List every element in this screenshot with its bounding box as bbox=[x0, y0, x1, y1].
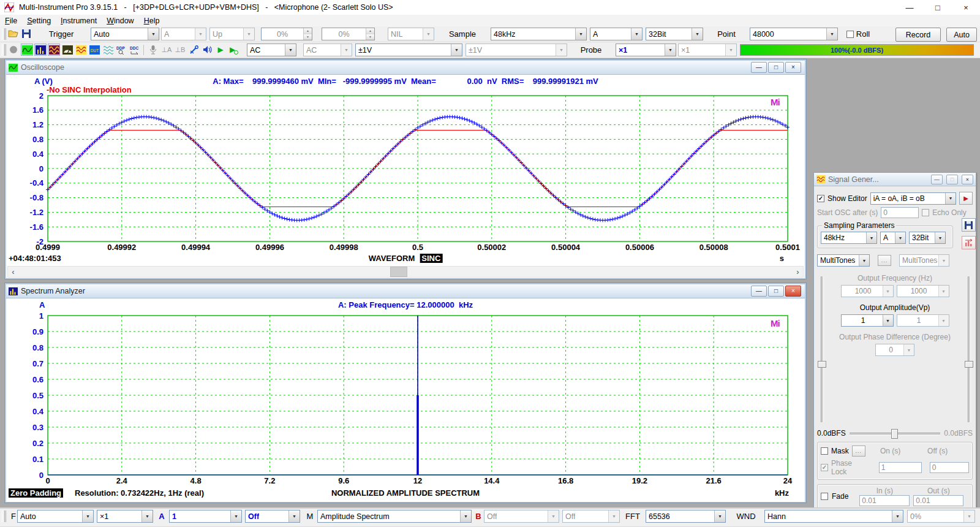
menu-setting[interactable]: Setting bbox=[22, 17, 56, 25]
generator-bits-combo[interactable]: 32Bit▼ bbox=[909, 232, 946, 244]
auto-button[interactable]: Auto bbox=[946, 28, 977, 42]
minimize-button[interactable]: — bbox=[895, 0, 924, 15]
close-button[interactable]: × bbox=[952, 0, 980, 15]
trigger-delay-spinner[interactable]: 0%▲▼ bbox=[322, 28, 375, 40]
calibration-button[interactable] bbox=[187, 44, 200, 56]
amplitude-b-combo[interactable]: 1▼ bbox=[897, 314, 949, 327]
run-record-button[interactable]: ▶ bbox=[228, 44, 240, 56]
generator-start-button[interactable]: ▶ bbox=[959, 192, 973, 205]
frequency-b-combo[interactable]: 1000▼ bbox=[897, 285, 949, 297]
frequency-range-combo[interactable]: Auto▼ bbox=[17, 510, 94, 523]
peak-hold-b-combo[interactable]: Off▼ bbox=[562, 510, 620, 523]
maximize-button[interactable]: □ bbox=[924, 0, 952, 15]
window-function-combo[interactable]: Hann▼ bbox=[764, 510, 903, 523]
oscilloscope-tool-button[interactable] bbox=[21, 44, 33, 56]
ddc-button[interactable]: DDC bbox=[129, 44, 141, 56]
start-osc-field[interactable]: 0 bbox=[881, 207, 919, 218]
slider-handle[interactable] bbox=[891, 429, 898, 439]
overlap-combo[interactable]: 0%▼ bbox=[907, 510, 975, 523]
show-editor-checkbox[interactable]: ✓ bbox=[817, 195, 824, 202]
dut-button[interactable]: DUT bbox=[88, 44, 100, 56]
spinner-arrows[interactable]: ▲▼ bbox=[303, 28, 312, 40]
display-b-combo[interactable]: Off▼ bbox=[484, 510, 559, 523]
maximize-button[interactable]: □ bbox=[946, 175, 958, 184]
waveform-b-combo[interactable]: MultiTones▼ bbox=[899, 254, 949, 267]
peak-hold-a-combo[interactable]: Off▼ bbox=[245, 510, 300, 523]
maximize-button[interactable]: □ bbox=[768, 286, 784, 297]
fade-checkbox[interactable] bbox=[821, 493, 828, 500]
amplitude-slider-a[interactable] bbox=[817, 276, 826, 422]
probe-b-combo[interactable]: ×1▼ bbox=[678, 44, 737, 56]
minimize-button[interactable]: — bbox=[751, 62, 767, 73]
close-button[interactable]: × bbox=[785, 286, 801, 297]
fade-out-field[interactable]: 0.01 bbox=[913, 495, 963, 506]
stream-signal-button[interactable] bbox=[962, 236, 976, 249]
maximize-button[interactable]: □ bbox=[768, 62, 784, 73]
mask-checkbox[interactable] bbox=[821, 447, 828, 455]
scrollbar-track[interactable] bbox=[18, 267, 793, 277]
open-file-button[interactable] bbox=[7, 28, 20, 40]
amplitude-a-combo[interactable]: 1▼ bbox=[841, 314, 894, 327]
scroll-right-icon[interactable]: › bbox=[793, 267, 803, 277]
spinner-arrows[interactable]: ▲▼ bbox=[366, 28, 374, 40]
trigger-rejection-combo[interactable]: NIL▼ bbox=[388, 28, 434, 40]
roll-option[interactable]: Roll bbox=[840, 26, 876, 42]
display-a-combo[interactable]: 1▼ bbox=[169, 510, 242, 523]
ground-a-button[interactable]: ⊥A bbox=[160, 44, 173, 56]
oscilloscope-scrollbar[interactable]: ‹ › bbox=[7, 266, 804, 278]
probe-a-combo[interactable]: ×1▼ bbox=[616, 44, 676, 56]
scrollbar-thumb[interactable] bbox=[390, 267, 407, 277]
spin-down-icon[interactable]: ▼ bbox=[366, 34, 374, 40]
close-button[interactable]: × bbox=[785, 62, 801, 73]
frequency-a-combo[interactable]: 1000▼ bbox=[841, 285, 894, 297]
generator-channels-combo[interactable]: A▼ bbox=[880, 232, 906, 244]
balance-slider[interactable] bbox=[850, 428, 941, 438]
range-b-combo[interactable]: ±1V▼ bbox=[466, 44, 567, 56]
echo-only-checkbox[interactable] bbox=[922, 209, 929, 216]
minimize-button[interactable]: — bbox=[751, 286, 767, 297]
device-test-plan-button[interactable] bbox=[75, 44, 87, 56]
ddp-viewer-button[interactable]: DDP bbox=[115, 44, 127, 56]
phase-lock-checkbox[interactable]: ✓ bbox=[821, 464, 828, 471]
mask-on-field[interactable]: 1 bbox=[879, 462, 922, 473]
range-a-combo[interactable]: ±1V▼ bbox=[355, 44, 462, 56]
trigger-edge-combo[interactable]: Up▼ bbox=[209, 28, 255, 40]
routing-combo[interactable]: iA = oA, iB = oB▼ bbox=[870, 192, 956, 205]
menu-instrument[interactable]: Instrument bbox=[56, 17, 102, 25]
sound-output-button[interactable] bbox=[201, 44, 213, 56]
zero-padding-badge[interactable]: Zero Padding bbox=[9, 488, 63, 498]
trigger-source-combo[interactable]: A▼ bbox=[161, 28, 206, 40]
slider-handle[interactable] bbox=[965, 361, 973, 368]
analysis-mode-combo[interactable]: Amplitude Spectrum▼ bbox=[317, 510, 472, 523]
spectrum-analyzer-tool-button[interactable] bbox=[34, 44, 47, 56]
menu-file[interactable]: File bbox=[0, 17, 22, 25]
trigger-mode-combo[interactable]: Auto▼ bbox=[91, 28, 159, 40]
spin-down-icon[interactable]: ▼ bbox=[304, 34, 312, 40]
frequency-multiplier-combo[interactable]: ×1▼ bbox=[97, 510, 153, 523]
menu-window[interactable]: Window bbox=[102, 17, 138, 25]
save-signal-button[interactable] bbox=[962, 218, 976, 232]
spectrum-analyzer-titlebar[interactable]: Spectrum Analyzer — □ × bbox=[6, 284, 805, 298]
record-button[interactable]: Record bbox=[895, 28, 941, 42]
signal-generator-tool-button[interactable] bbox=[48, 44, 60, 56]
fft-size-combo[interactable]: 65536▼ bbox=[646, 510, 726, 523]
run-button[interactable]: ▶ bbox=[214, 44, 227, 56]
sampling-rate-combo[interactable]: 48kHz▼ bbox=[491, 28, 587, 40]
oscilloscope-titlebar[interactable]: Oscilloscope — □ × bbox=[6, 61, 805, 75]
spin-up-icon[interactable]: ▲ bbox=[304, 28, 312, 34]
multimeter-tool-button[interactable] bbox=[61, 44, 74, 56]
spin-up-icon[interactable]: ▲ bbox=[366, 28, 374, 34]
scroll-left-icon[interactable]: ‹ bbox=[8, 267, 18, 277]
record-length-combo[interactable]: 48000▼ bbox=[750, 28, 838, 40]
sampling-bits-combo[interactable]: 32Bit▼ bbox=[646, 28, 703, 40]
mask-off-field[interactable]: 0 bbox=[930, 462, 969, 473]
mask-more-button[interactable]: ... bbox=[852, 445, 865, 457]
ground-b-button[interactable]: ⊥B bbox=[174, 44, 186, 56]
menu-help[interactable]: Help bbox=[139, 17, 165, 25]
coupling-a-combo[interactable]: AC▼ bbox=[247, 44, 296, 56]
save-button[interactable] bbox=[20, 28, 32, 40]
input-device-button[interactable] bbox=[147, 44, 159, 56]
slider-handle[interactable] bbox=[818, 361, 826, 368]
minimize-button[interactable]: — bbox=[931, 175, 943, 184]
trigger-level-spinner[interactable]: 0%▲▼ bbox=[261, 28, 312, 40]
